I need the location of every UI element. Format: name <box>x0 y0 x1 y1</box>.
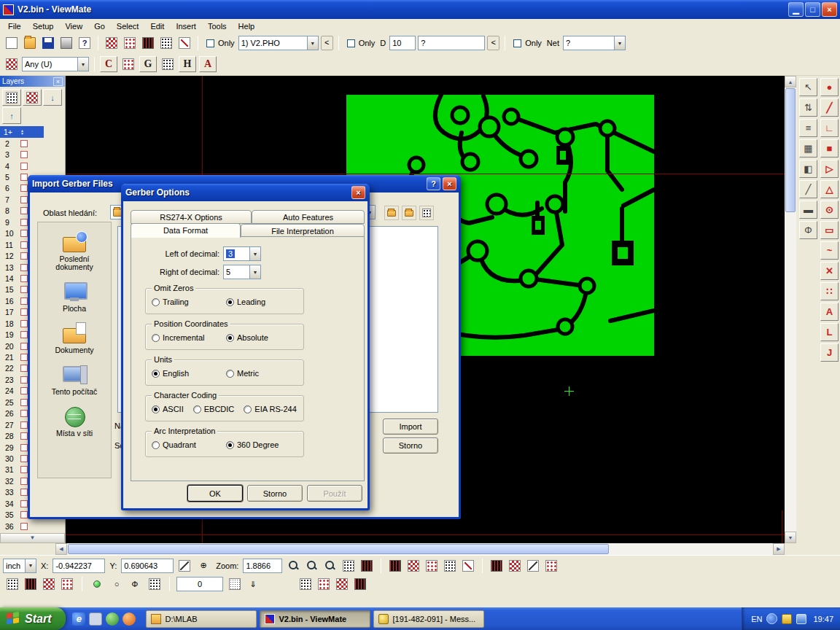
layer-color-swatch[interactable] <box>20 298 28 305</box>
scroll-up-icon[interactable]: ▲ <box>785 76 796 88</box>
l-tool[interactable]: L <box>820 323 839 341</box>
menu-help[interactable]: Help <box>233 20 261 32</box>
layer-color-swatch[interactable] <box>20 410 28 417</box>
dot-pattern-icon[interactable] <box>160 56 176 72</box>
ok-button[interactable]: OK <box>187 485 243 502</box>
import-cancel-button[interactable]: Storno <box>383 438 438 454</box>
layer-color-swatch[interactable] <box>20 478 28 485</box>
layer-spinner[interactable]: ▲▼ <box>20 129 24 135</box>
layer-color-swatch[interactable] <box>20 163 28 170</box>
prev-layer-button[interactable]: < <box>321 36 333 50</box>
order-tool[interactable]: ⇅ <box>799 98 817 117</box>
text-tool[interactable]: A <box>820 303 839 321</box>
step-grid-2-icon[interactable] <box>23 576 39 592</box>
plot-line-icon[interactable] <box>176 35 192 51</box>
layer-color-swatch[interactable] <box>20 343 28 350</box>
close-button[interactable]: × <box>822 2 837 17</box>
minimize-button[interactable]: ▁ <box>788 2 804 17</box>
context-help-icon[interactable]: ? <box>77 35 93 51</box>
up-folder-icon[interactable] <box>384 206 399 220</box>
place-plocha[interactable]: Plocha <box>40 281 109 313</box>
layers-close-icon[interactable]: × <box>53 77 63 86</box>
left-decimal-combo[interactable]: 3 ▼ <box>223 246 261 261</box>
scroll-down-icon[interactable]: ▼ <box>785 532 796 543</box>
menu-edit[interactable]: Edit <box>144 20 170 32</box>
layer-color-swatch[interactable] <box>20 354 28 361</box>
place-posledn-dokumenty[interactable]: Poslední dokumenty <box>40 231 109 271</box>
canvas-vertical-scrollbar[interactable]: ▲ ▼ <box>785 76 796 543</box>
menu-tools[interactable]: Tools <box>202 20 233 32</box>
radio-english[interactable]: English <box>152 369 217 378</box>
fill-tool[interactable]: ▦ <box>799 139 817 158</box>
sel-dark-grid-icon[interactable] <box>352 576 368 592</box>
horizontal-scroll-thumb[interactable] <box>68 544 609 554</box>
canvas-horizontal-scrollbar[interactable]: ◀ ▶ <box>55 543 785 555</box>
group-char-icon[interactable]: G <box>139 56 157 72</box>
language-icon[interactable] <box>766 613 777 624</box>
grid-small-icon[interactable] <box>341 558 357 574</box>
layer-color-swatch[interactable] <box>20 376 28 384</box>
circle-aperture-icon[interactable]: ○ <box>109 576 125 592</box>
zoom-field[interactable]: 1.8866 <box>243 559 282 573</box>
layer-color-swatch[interactable] <box>20 286 28 293</box>
layer-row[interactable]: 4 <box>0 160 65 171</box>
delete-tool[interactable]: ✕ <box>820 262 839 280</box>
vertical-scroll-thumb[interactable] <box>785 88 796 212</box>
menu-select[interactable]: Select <box>111 20 145 32</box>
layer-combo-arrow[interactable]: ▼ <box>307 36 318 50</box>
save-icon[interactable] <box>40 35 56 51</box>
menu-setup[interactable]: Setup <box>27 20 60 32</box>
step-grid-4-icon[interactable] <box>59 576 75 592</box>
language-indicator[interactable]: EN <box>751 615 762 623</box>
y-coordinate-field[interactable]: 0.690643 <box>121 559 174 573</box>
route-tool[interactable]: ▷ <box>820 160 839 178</box>
layer-colors-icon[interactable] <box>23 89 42 106</box>
layer-color-swatch[interactable] <box>20 207 28 214</box>
zoom-q-icon[interactable] <box>285 558 301 574</box>
tab-data-format[interactable]: Data Format <box>131 223 241 238</box>
step-grid-1-icon[interactable] <box>4 576 20 592</box>
layer-color-swatch[interactable] <box>20 489 28 496</box>
hook-tool[interactable]: J <box>820 343 839 362</box>
right-decimal-arrow[interactable]: ▼ <box>249 265 260 279</box>
start-button[interactable]: Start <box>0 607 66 630</box>
layer-color-swatch[interactable] <box>20 432 28 440</box>
view-red-cells-icon[interactable] <box>507 558 523 574</box>
layer-color-swatch[interactable] <box>20 421 28 429</box>
origin-target-icon[interactable]: ⊕ <box>195 558 211 574</box>
show-desktop-icon[interactable] <box>89 612 102 626</box>
left-decimal-arrow[interactable]: ▼ <box>249 247 260 260</box>
count-field[interactable]: 0 <box>176 577 223 591</box>
angle-tool[interactable]: ∟ <box>820 119 839 137</box>
unit-combo-arrow[interactable]: ▼ <box>25 559 36 572</box>
ie-quicklaunch-icon[interactable]: e <box>72 612 85 626</box>
line-tool[interactable]: ╱ <box>820 98 839 117</box>
layer-color-swatch[interactable] <box>20 308 28 316</box>
layers-scroll-down[interactable]: ▼ <box>0 533 65 543</box>
select-type-arrow[interactable]: ▼ <box>77 58 88 71</box>
layer-color-swatch[interactable] <box>20 511 28 518</box>
aperture-grid-icon[interactable] <box>122 35 138 51</box>
drop-anchor-icon[interactable]: ⇓ <box>245 576 261 592</box>
radio-trailing[interactable]: Trailing <box>152 298 217 306</box>
task-v2-bin-viewmate[interactable]: V2.bin - ViewMate <box>260 610 370 628</box>
apply-button[interactable]: Použít <box>307 485 362 502</box>
x-coordinate-field[interactable]: -0.942237 <box>52 559 105 573</box>
unit-combo[interactable]: inch ▼ <box>3 559 36 573</box>
view-black-cells-icon[interactable] <box>489 558 505 574</box>
view-dot-cells-icon[interactable] <box>543 558 559 574</box>
layer-color-swatch[interactable] <box>20 444 28 451</box>
radio-leading[interactable]: Leading <box>226 298 265 306</box>
only-layer-checkbox[interactable] <box>206 39 214 47</box>
radio-360-degree[interactable]: 360 Degree <box>226 440 279 449</box>
gerber-dialog-titlebar[interactable]: Gerber Options × <box>121 184 370 201</box>
select-filter-icon[interactable] <box>4 56 20 72</box>
radio-metric[interactable]: Metric <box>226 369 259 378</box>
film-mixed-grid-icon[interactable] <box>424 558 440 574</box>
tray-app-icon[interactable] <box>782 614 792 624</box>
film-cells-icon[interactable] <box>442 558 458 574</box>
place-m-sta-v-s-ti[interactable]: Místa v síti <box>40 405 109 438</box>
radio-eia-rs-244[interactable]: EIA RS-244 <box>244 405 296 413</box>
place-dokumenty[interactable]: Dokumenty <box>40 322 109 354</box>
sel-black-dots-icon[interactable] <box>298 576 314 592</box>
